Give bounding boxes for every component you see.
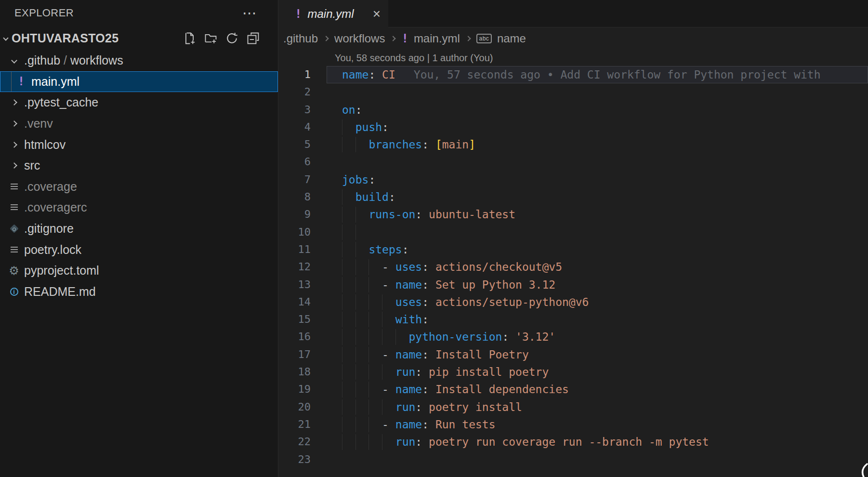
line-number: 17 (278, 346, 342, 363)
indent-guide (368, 277, 369, 292)
indent-guide (368, 347, 369, 362)
tree-item-coverage[interactable]: .coverage (0, 176, 278, 198)
code-line-12[interactable]: 12- uses: actions/checkout@v5 (278, 258, 868, 276)
code-line-content: build: (342, 188, 868, 206)
code-line-19[interactable]: 19- name: Install dependencies (278, 381, 868, 398)
code-line-6[interactable]: 6 (278, 153, 868, 171)
symbol-string-icon: abc (476, 34, 492, 43)
tree-item-coveragerc[interactable]: .coveragerc (0, 197, 278, 218)
code-line-7[interactable]: 7jobs: (278, 171, 868, 188)
line-number: 21 (278, 416, 342, 433)
indent-guide (355, 137, 356, 152)
code-line-10[interactable]: 10 (278, 224, 868, 241)
tree-item-label: main.yml (31, 75, 79, 89)
line-number: 4 (278, 119, 342, 136)
breadcrumb-item--github[interactable]: .github (283, 32, 318, 45)
code-line-content: push: (342, 119, 868, 136)
file-tree: .github / workflows!main.yml.pytest_cach… (0, 50, 278, 477)
indent-guide (368, 364, 369, 380)
refresh-icon[interactable] (225, 32, 238, 45)
code-line-22[interactable]: 22run: poetry run coverage run --branch … (278, 433, 868, 450)
indent-guide (368, 434, 369, 450)
tree-item-label: .coverage (24, 180, 77, 194)
code-line-5[interactable]: 5branches: [main] (278, 136, 868, 153)
indent-guide (355, 329, 356, 344)
tree-item-main-yml[interactable]: !main.yml (0, 71, 278, 93)
code-line-4[interactable]: 4push: (278, 119, 868, 136)
tree-indent-guide (11, 72, 12, 92)
indent-guide (355, 242, 356, 257)
document-icon (11, 184, 18, 190)
indent-guide (355, 277, 356, 292)
breadcrumb-item-name[interactable]: name (497, 32, 526, 45)
code-line-content (342, 451, 868, 468)
code-line-20[interactable]: 20run: poetry install (278, 398, 868, 416)
tree-item-github-workflows[interactable]: .github / workflows (0, 50, 278, 71)
code-line-15[interactable]: 15with: (278, 311, 868, 328)
code-line-3[interactable]: 3on: (278, 101, 868, 119)
line-number: 5 (278, 136, 342, 153)
line-number: 15 (278, 311, 342, 328)
breadcrumb-item-main-yml[interactable]: main.yml (414, 32, 460, 45)
tree-item-gitignore[interactable]: .gitignore (0, 218, 278, 239)
info-icon: i (10, 288, 18, 296)
line-number: 23 (278, 451, 342, 468)
code-line-1[interactable]: 1name: CIYou, 57 seconds ago • Add CI wo… (278, 66, 868, 83)
tree-item-src[interactable]: src (0, 155, 278, 176)
indent-guide (342, 329, 342, 344)
tree-item-poetry-lock[interactable]: poetry.lock (0, 239, 278, 260)
code-line-2[interactable]: 2 (278, 83, 868, 101)
yaml-file-icon: ! (295, 7, 302, 21)
collapse-folders-icon[interactable] (247, 32, 260, 45)
tree-item-readme-md[interactable]: iREADME.md (0, 281, 278, 303)
indent-guide (355, 294, 356, 310)
breadcrumb: .githubworkflows!main.ymlabcname (278, 27, 868, 50)
indent-guide (355, 312, 356, 327)
tree-item-label: htmlcov (24, 138, 66, 152)
tab-label: main.yml (307, 7, 367, 21)
tab-main-yml[interactable]: ! main.yml × (278, 0, 388, 27)
code-editor[interactable]: You, 58 seconds ago | 1 author (You) 1na… (278, 50, 868, 477)
code-line-16[interactable]: 16python-version: '3.12' (278, 328, 868, 345)
indent-guide (355, 207, 356, 222)
tree-item-pytest-cache[interactable]: .pytest_cache (0, 92, 278, 113)
indent-guide (342, 294, 342, 310)
indent-guide (395, 329, 396, 344)
code-line-8[interactable]: 8build: (278, 188, 868, 206)
new-folder-icon[interactable] (204, 32, 217, 45)
breadcrumb-separator-icon (323, 36, 329, 41)
tree-item-icon-slot (7, 247, 21, 253)
code-line-18[interactable]: 18run: pip install poetry (278, 363, 868, 381)
breadcrumb-separator-icon (391, 36, 396, 41)
close-tab-icon[interactable]: × (373, 9, 381, 19)
indent-guide (368, 417, 369, 432)
tree-item-pyproject-toml[interactable]: ⚙pyproject.toml (0, 260, 278, 281)
indent-guide (342, 242, 342, 257)
line-number: 14 (278, 293, 342, 311)
indent-guide (355, 225, 356, 240)
code-line-21[interactable]: 21- name: Run tests (278, 416, 868, 433)
code-line-content: - name: Run tests (342, 416, 868, 433)
indent-guide (368, 329, 369, 344)
explorer-title: EXPLORER (14, 7, 242, 19)
code-line-content: run: pip install poetry (342, 363, 868, 381)
tab-bar: ! main.yml × (278, 0, 868, 27)
code-line-11[interactable]: 11steps: (278, 241, 868, 258)
code-line-13[interactable]: 13- name: Set up Python 3.12 (278, 276, 868, 293)
line-number: 1 (278, 66, 342, 83)
code-line-content: - name: Set up Python 3.12 (342, 276, 868, 293)
code-line-23[interactable]: 23 (278, 451, 868, 468)
code-line-content: run: poetry run coverage run --branch -m… (342, 433, 868, 450)
code-line-17[interactable]: 17- name: Install Poetry (278, 346, 868, 363)
document-icon (11, 204, 18, 211)
code-line-9[interactable]: 9runs-on: ubuntu-latest (278, 206, 868, 223)
new-file-icon[interactable] (183, 32, 196, 45)
codelens-authors[interactable]: You, 58 seconds ago | 1 author (You) (278, 50, 868, 66)
project-section-header[interactable]: OHTUVARASTO25 (0, 26, 278, 50)
line-number: 3 (278, 101, 342, 119)
more-actions-icon[interactable]: ⋯ (242, 8, 257, 18)
code-line-14[interactable]: 14uses: actions/setup-python@v6 (278, 293, 868, 311)
tree-item-venv[interactable]: .venv (0, 113, 278, 134)
breadcrumb-item-workflows[interactable]: workflows (334, 32, 385, 45)
tree-item-htmlcov[interactable]: htmlcov (0, 134, 278, 155)
